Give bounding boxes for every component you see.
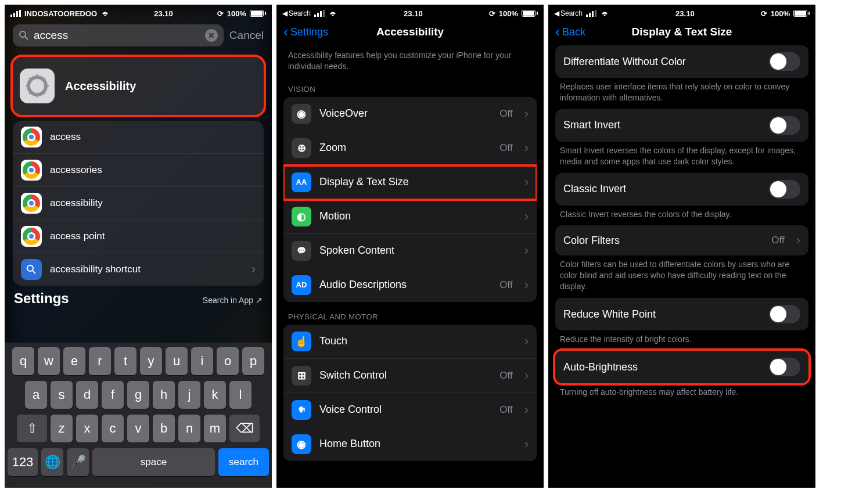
row-touch[interactable]: ☝Touch› xyxy=(283,325,537,359)
display-text-icon: AA xyxy=(292,172,311,192)
chevron-right-icon: › xyxy=(524,368,529,383)
row-motion[interactable]: ◐Motion› xyxy=(283,200,537,234)
row-smart-invert[interactable]: Smart Invert xyxy=(555,109,808,142)
row-spoken-content[interactable]: 💬Spoken Content› xyxy=(283,234,537,268)
status-bar: ◀ Search 23.10 ⟳ 100% xyxy=(276,5,544,20)
key-w[interactable]: w xyxy=(38,347,60,375)
key-o[interactable]: o xyxy=(217,347,239,375)
suggestion-access-point[interactable]: access point xyxy=(13,220,264,253)
row-color-filters[interactable]: Color FiltersOff› xyxy=(555,225,808,255)
suggestion-accessibility[interactable]: accessibility xyxy=(13,187,264,220)
row-desc: Classic Invert reverses the colors of th… xyxy=(548,206,815,222)
toggle-smart-invert[interactable] xyxy=(769,116,800,135)
key-v[interactable]: v xyxy=(127,415,149,442)
cancel-button[interactable]: Cancel xyxy=(229,29,264,42)
row-auto-brightness[interactable]: Auto-Brightness xyxy=(555,351,808,383)
back-button[interactable]: ‹Settings xyxy=(283,24,328,40)
key-j[interactable]: j xyxy=(178,381,200,409)
key-x[interactable]: x xyxy=(76,415,98,442)
row-zoom[interactable]: ⊕ZoomOff› xyxy=(283,131,537,165)
signal-icon xyxy=(586,10,596,17)
row-home-button[interactable]: ◉Home Button› xyxy=(283,427,537,461)
page-title: Display & Text Size xyxy=(632,26,732,38)
breadcrumb-back[interactable]: ◀ Search xyxy=(554,9,583,17)
svg-line-5 xyxy=(25,37,28,39)
top-hit-accessibility[interactable]: Accessibility xyxy=(13,57,264,115)
suggestion-access[interactable]: access xyxy=(13,121,264,154)
key-n[interactable]: n xyxy=(178,415,200,442)
key-globe[interactable]: 🌐 xyxy=(41,448,63,476)
row-label: Reduce White Point xyxy=(563,308,761,321)
key-t[interactable]: t xyxy=(114,347,136,375)
row-reduce-white-point[interactable]: Reduce White Point xyxy=(555,298,808,330)
battery-percent: 100% xyxy=(499,9,518,18)
key-g[interactable]: g xyxy=(127,381,149,409)
screenshot-search: INDOSATOOREDOO 23.10 ⟳ 100% ✕ Cancel Acc… xyxy=(5,5,272,488)
search-in-app-link[interactable]: Search in App ↗ xyxy=(203,296,263,305)
key-q[interactable]: q xyxy=(12,347,34,375)
row-label: Voice Control xyxy=(319,404,491,416)
row-value: Off xyxy=(499,279,512,291)
section-physical: PHYSICAL AND MOTOR xyxy=(276,302,544,325)
row-voiceover[interactable]: ◉VoiceOverOff› xyxy=(283,97,537,131)
key-backspace[interactable]: ⌫ xyxy=(229,415,260,442)
row-label: Differentiate Without Color xyxy=(563,56,761,68)
spotlight-search-field[interactable]: ✕ xyxy=(13,24,224,46)
motion-icon: ◐ xyxy=(292,207,311,226)
key-i[interactable]: i xyxy=(191,347,213,375)
key-c[interactable]: c xyxy=(102,415,124,442)
key-m[interactable]: m xyxy=(204,415,226,442)
page-title: Accessibility xyxy=(376,26,444,38)
key-s[interactable]: s xyxy=(51,381,73,409)
row-audio-descriptions[interactable]: ADAudio DescriptionsOff› xyxy=(283,268,537,302)
chrome-icon xyxy=(21,127,42,147)
row-voice-control[interactable]: 🗣Voice ControlOff› xyxy=(283,393,537,427)
key-y[interactable]: y xyxy=(140,347,162,375)
row-value: Off xyxy=(499,370,512,381)
key-f[interactable]: f xyxy=(102,381,124,409)
row-label: Smart Invert xyxy=(563,119,761,131)
wifi-icon xyxy=(100,10,110,17)
key-k[interactable]: k xyxy=(204,381,226,409)
key-b[interactable]: b xyxy=(153,415,175,442)
key-r[interactable]: r xyxy=(89,347,111,375)
row-switch-control[interactable]: ⊞Switch ControlOff› xyxy=(283,359,537,393)
row-label: Classic Invert xyxy=(563,183,761,195)
row-diff-without-color[interactable]: Differentiate Without Color xyxy=(555,45,808,78)
row-label: Display & Text Size xyxy=(319,176,513,188)
key-p[interactable]: p xyxy=(242,347,264,375)
settings-section-title: Settings xyxy=(14,290,69,307)
key-a[interactable]: a xyxy=(25,381,47,409)
chevron-right-icon: › xyxy=(524,402,529,417)
toggle-reduce-white-point[interactable] xyxy=(769,305,800,323)
key-space[interactable]: space xyxy=(92,448,215,476)
key-e[interactable]: e xyxy=(63,347,85,375)
key-search[interactable]: search xyxy=(218,448,269,476)
row-label: Auto-Brightness xyxy=(563,361,761,373)
key-123[interactable]: 123 xyxy=(8,448,38,476)
key-mic[interactable]: 🎤 xyxy=(67,448,89,476)
key-u[interactable]: u xyxy=(166,347,188,375)
toggle-classic-invert[interactable] xyxy=(769,180,800,199)
row-display-text[interactable]: AADisplay & Text Size› xyxy=(283,165,537,200)
key-l[interactable]: l xyxy=(229,381,251,409)
status-bar: INDOSATOOREDOO 23.10 ⟳ 100% xyxy=(5,5,272,20)
sync-icon: ⟳ xyxy=(489,9,495,18)
spoken-content-icon: 💬 xyxy=(292,241,311,261)
clear-search-button[interactable]: ✕ xyxy=(205,29,218,42)
svg-rect-24 xyxy=(592,11,594,17)
search-input[interactable] xyxy=(34,29,200,42)
toggle-diff-without-color[interactable] xyxy=(769,52,800,71)
back-button[interactable]: ‹Back xyxy=(555,24,585,40)
chevron-right-icon: › xyxy=(524,334,529,349)
key-h[interactable]: h xyxy=(153,381,175,409)
key-shift[interactable]: ⇧ xyxy=(17,415,47,442)
toggle-auto-brightness[interactable] xyxy=(769,358,800,376)
suggestion-accessories[interactable]: accessories xyxy=(13,154,264,187)
suggestion-accessibility-shortcut[interactable]: accessibility shortcut› xyxy=(13,253,264,286)
row-classic-invert[interactable]: Classic Invert xyxy=(555,173,808,206)
breadcrumb-back[interactable]: ◀ Search xyxy=(282,9,311,17)
chevron-right-icon: › xyxy=(524,209,529,224)
key-d[interactable]: d xyxy=(76,381,98,409)
key-z[interactable]: z xyxy=(51,415,73,442)
